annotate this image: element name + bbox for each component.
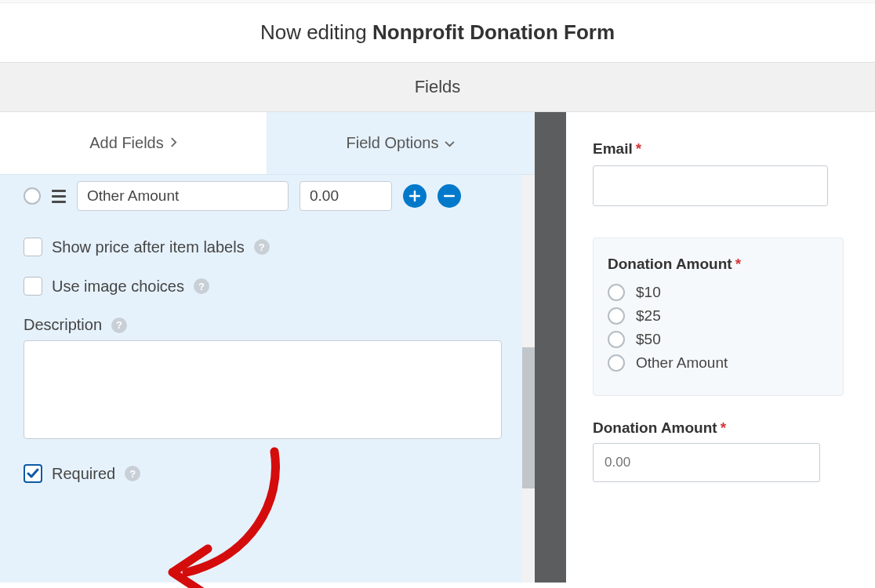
choice-price-input[interactable]: [300, 181, 392, 211]
chevron-down-icon: [445, 137, 455, 150]
email-input[interactable]: [593, 165, 828, 206]
tab-fields[interactable]: Fields: [0, 63, 875, 112]
show-price-label: Show price after item labels: [52, 238, 245, 256]
help-icon[interactable]: ?: [254, 239, 270, 255]
radio-choice-other[interactable]: Other Amount: [608, 354, 829, 372]
radio-choice-label: $50: [636, 331, 661, 348]
choice-label-input[interactable]: [77, 181, 289, 211]
subtab-add-fields-label: Add Fields: [89, 134, 164, 152]
remove-choice-button[interactable]: [438, 184, 461, 208]
show-price-checkbox[interactable]: [24, 238, 42, 256]
required-asterisk-icon: *: [721, 419, 726, 437]
radio-icon: [608, 284, 625, 301]
chevron-right-icon: [170, 137, 177, 150]
donation-amount-label-text: Donation Amount: [608, 256, 732, 273]
add-choice-button[interactable]: [403, 184, 427, 208]
choice-radio-icon[interactable]: [24, 187, 41, 205]
subtabs: Add Fields Field Options: [0, 112, 535, 175]
donation-amount2-label-text: Donation Amount: [593, 419, 717, 437]
donation-amount-numeric: Donation Amount *: [593, 419, 844, 482]
required-checkbox[interactable]: [24, 464, 42, 483]
email-field-label: Email *: [593, 140, 875, 158]
field-options-sidebar: Add Fields Field Options ▲: [0, 112, 535, 583]
page-title: Now editing Nonprofit Donation Form: [0, 3, 875, 63]
radio-icon: [608, 307, 625, 325]
radio-icon: [608, 331, 625, 348]
help-icon[interactable]: ?: [194, 278, 209, 294]
subtab-field-options-label: Field Options: [347, 134, 439, 152]
description-label: Description: [24, 316, 102, 334]
email-label-text: Email: [593, 140, 633, 158]
required-asterisk-icon: *: [735, 256, 741, 273]
subtab-field-options[interactable]: Field Options: [267, 112, 535, 174]
radio-choice-label: Other Amount: [636, 354, 728, 372]
subtab-add-fields[interactable]: Add Fields: [0, 112, 267, 174]
option-required: Required ?: [24, 464, 511, 483]
help-icon[interactable]: ?: [125, 466, 140, 481]
donation-amount-group: Donation Amount * $10 $25 $50 Other Amou…: [593, 238, 844, 396]
radio-choice-label: $25: [636, 307, 661, 325]
field-options-body: Show price after item labels ? Use image…: [0, 175, 535, 583]
description-label-row: Description ?: [24, 316, 511, 334]
form-preview: Email * Donation Amount * $10 $25 $50: [566, 112, 875, 583]
radio-choice-label: $10: [636, 284, 661, 301]
required-asterisk-icon: *: [636, 140, 641, 158]
form-name: Nonprofit Donation Form: [372, 20, 615, 44]
image-choices-label: Use image choices: [52, 278, 184, 296]
radio-choice-10[interactable]: $10: [608, 284, 829, 301]
panel-divider: [535, 112, 566, 583]
radio-icon: [608, 354, 625, 372]
radio-choice-50[interactable]: $50: [608, 331, 829, 348]
donation-amount2-label: Donation Amount *: [593, 419, 844, 437]
help-icon[interactable]: ?: [111, 318, 127, 333]
donation-amount-input[interactable]: [593, 443, 820, 482]
scrollbar-thumb[interactable]: [522, 347, 535, 488]
fields-tab-label: Fields: [415, 77, 461, 96]
option-show-price: Show price after item labels ?: [24, 238, 511, 256]
now-editing-prefix: Now editing: [260, 20, 372, 44]
drag-handle-icon[interactable]: [52, 190, 66, 203]
radio-choice-25[interactable]: $25: [608, 307, 829, 325]
required-label: Required: [52, 465, 115, 483]
donation-amount-label: Donation Amount *: [608, 256, 829, 273]
choice-item-row: [24, 181, 511, 211]
image-choices-checkbox[interactable]: [24, 277, 42, 296]
description-textarea[interactable]: [24, 340, 502, 439]
option-image-choices: Use image choices ?: [24, 277, 511, 296]
